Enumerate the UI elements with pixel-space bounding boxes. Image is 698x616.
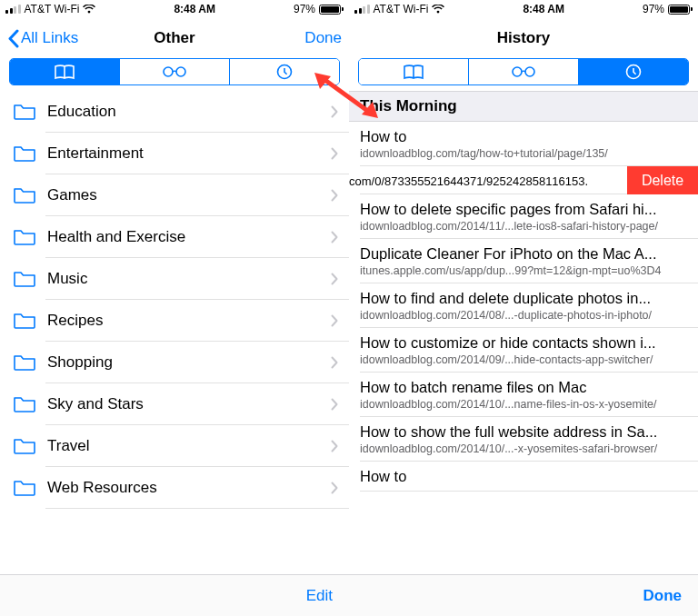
status-bar: AT&T Wi-Fi 8:48 AM 97% [0, 0, 349, 18]
history-url: idownloadblog.com/2014/08/...-duplicate-… [360, 309, 687, 322]
history-title: How to customize or hide contacts shown … [360, 334, 687, 352]
history-url: idownloadblog.com/2014/09/...hide-contac… [360, 353, 687, 366]
clock-icon [276, 64, 293, 80]
history-url: idownloadblog.com/2014/11/...lete-ios8-s… [360, 220, 687, 233]
edit-button[interactable]: Edit [306, 587, 333, 605]
folder-row[interactable]: Education [0, 91, 349, 133]
history-title: How to find and delete duplicate photos … [360, 290, 687, 307]
folder-list: EducationEntertainmentGamesHealth and Ex… [0, 91, 349, 574]
done-button[interactable]: Done [304, 29, 342, 47]
status-bar: AT&T Wi-Fi 8:48 AM 97% [349, 0, 698, 18]
wifi-icon [432, 5, 444, 14]
delete-button[interactable]: Delete [627, 166, 698, 194]
clock-icon [625, 64, 642, 80]
battery-percent: 97% [643, 3, 664, 15]
bottom-toolbar: Edit [0, 574, 349, 616]
folder-icon [13, 353, 36, 373]
folder-row[interactable]: Games [0, 174, 349, 216]
history-row[interactable]: How to find and delete duplicate photos … [349, 283, 698, 328]
signal-bars-icon [354, 5, 370, 14]
back-button[interactable]: All Links [7, 29, 78, 48]
history-title: How to show the full website address in … [360, 423, 687, 441]
history-row[interactable]: Duplicate Cleaner For iPhoto on the Mac … [349, 239, 698, 283]
chevron-right-icon [331, 105, 349, 118]
tab-bookmarks[interactable] [359, 59, 468, 84]
carrier-label: AT&T Wi-Fi [374, 3, 429, 15]
folder-row[interactable]: Travel [0, 425, 349, 467]
svg-point-0 [164, 67, 173, 76]
history-list: This Morning How toidownloadblog.com/tag… [349, 91, 698, 574]
folder-icon [13, 436, 36, 456]
history-row[interactable]: How to [349, 462, 698, 492]
book-icon [54, 65, 75, 80]
folder-icon [13, 478, 36, 498]
status-time: 8:48 AM [523, 3, 564, 15]
folder-row[interactable]: Health and Exercise [0, 216, 349, 258]
history-row[interactable]: How toidownloadblog.com/tag/how-to+tutor… [349, 122, 698, 166]
svg-point-1 [176, 67, 185, 76]
folder-label: Education [47, 103, 331, 121]
glasses-icon [510, 65, 537, 78]
history-title: How to [360, 468, 687, 485]
folder-label: Travel [47, 437, 331, 455]
history-row[interactable]: .com/0/873355521644371/925242858116153 [349, 166, 627, 194]
battery-icon [319, 5, 344, 15]
folder-label: Health and Exercise [47, 228, 331, 246]
history-row[interactable]: How to batch rename files on Macidownloa… [349, 373, 698, 417]
history-title: How to delete specific pages from Safari… [360, 201, 687, 218]
wifi-icon [83, 5, 95, 14]
screen-history: AT&T Wi-Fi 8:48 AM 97% History [349, 0, 698, 616]
book-icon [403, 65, 424, 80]
view-segmented-control [358, 58, 689, 85]
history-row[interactable]: How to customize or hide contacts shown … [349, 328, 698, 373]
glasses-icon [161, 65, 188, 78]
folder-row[interactable]: Entertainment [0, 133, 349, 174]
folder-label: Games [47, 186, 331, 204]
tab-bookmarks[interactable] [10, 59, 119, 84]
chevron-left-icon [7, 29, 19, 48]
tab-history[interactable] [578, 59, 688, 84]
chevron-right-icon [331, 231, 349, 243]
folder-row[interactable]: Sky and Stars [0, 383, 349, 425]
chevron-right-icon [331, 273, 349, 285]
done-button[interactable]: Done [643, 587, 683, 605]
history-row[interactable]: How to delete specific pages from Safari… [349, 194, 698, 239]
folder-row[interactable]: Shopping [0, 342, 349, 383]
page-title: History [349, 29, 698, 47]
folder-row[interactable]: Recipes [0, 300, 349, 342]
history-url: .com/0/873355521644371/925242858116153 [349, 174, 622, 188]
chevron-right-icon [331, 314, 349, 327]
bottom-toolbar: Done [349, 574, 698, 616]
nav-bar: History [349, 18, 698, 58]
folder-label: Entertainment [47, 144, 331, 163]
history-row[interactable]: How to show the full website address in … [349, 417, 698, 462]
nav-bar: All Links Other Done [0, 18, 349, 58]
tab-reading-list[interactable] [119, 59, 229, 84]
tab-reading-list[interactable] [468, 59, 578, 84]
folder-icon [13, 227, 36, 247]
folder-icon [13, 269, 36, 289]
history-title: How to batch rename files on Mac [360, 379, 687, 396]
chevron-right-icon [331, 398, 349, 411]
history-section-header: This Morning [349, 91, 698, 122]
folder-row[interactable]: Web Resources [0, 467, 349, 509]
view-segmented-control [9, 58, 340, 85]
folder-icon [13, 311, 36, 331]
svg-point-4 [525, 67, 534, 76]
history-title: Duplicate Cleaner For iPhoto on the Mac … [360, 245, 687, 263]
folder-label: Shopping [47, 353, 331, 372]
back-label: All Links [21, 29, 78, 47]
folder-icon [13, 394, 36, 414]
battery-percent: 97% [294, 3, 315, 15]
tab-history[interactable] [229, 59, 339, 84]
folder-icon [13, 144, 36, 164]
folder-label: Web Resources [47, 479, 331, 497]
history-row-swiped[interactable]: .com/0/873355521644371/925242858116153De… [349, 166, 698, 194]
chevron-right-icon [331, 440, 349, 452]
folder-icon [13, 185, 36, 205]
history-url: itunes.apple.com/us/app/dup...99?mt=12&i… [360, 264, 687, 277]
carrier-label: AT&T Wi-Fi [25, 3, 80, 15]
folder-label: Sky and Stars [47, 395, 331, 413]
folder-row[interactable]: Music [0, 258, 349, 300]
status-time: 8:48 AM [174, 3, 215, 15]
